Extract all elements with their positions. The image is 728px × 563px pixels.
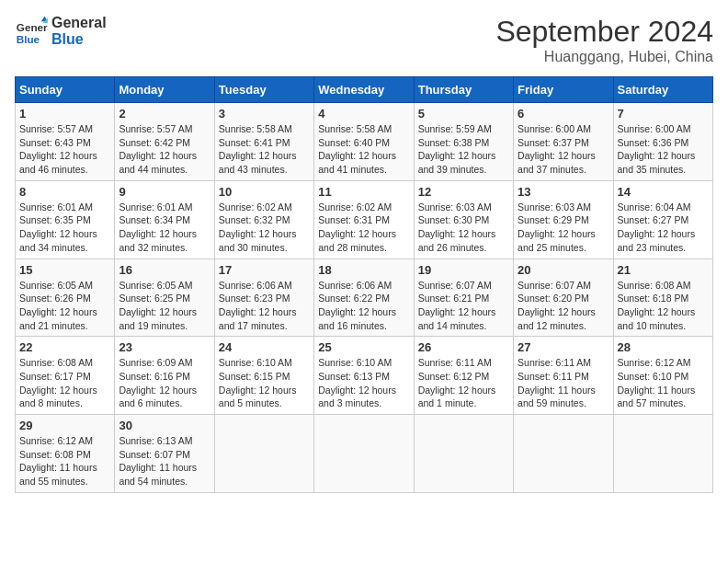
table-row: 22 Sunrise: 6:08 AM Sunset: 6:17 PM Dayl… [16, 337, 115, 415]
day-info: Sunrise: 6:06 AM Sunset: 6:22 PM Dayligh… [318, 279, 409, 333]
day-number: 29 [19, 419, 110, 432]
daylight-label: Daylight: 12 hours and 16 minutes. [318, 306, 396, 331]
day-info: Sunrise: 5:58 AM Sunset: 6:41 PM Dayligh… [219, 122, 310, 177]
page-header: General Blue General Blue September 2024… [15, 15, 713, 65]
table-row [414, 415, 513, 493]
sunrise-label: Sunrise: 5:57 AM [119, 123, 192, 134]
table-row: 27 Sunrise: 6:11 AM Sunset: 6:11 PM Dayl… [514, 337, 613, 415]
day-number: 8 [19, 185, 110, 199]
sunset-label: Sunset: 6:40 PM [318, 137, 390, 148]
day-info: Sunrise: 6:01 AM Sunset: 6:34 PM Dayligh… [119, 201, 210, 255]
daylight-label: Daylight: 12 hours and 5 minutes. [219, 385, 297, 409]
sunrise-label: Sunrise: 6:05 AM [19, 280, 93, 291]
sunset-label: Sunset: 6:08 PM [19, 449, 91, 460]
day-number: 3 [219, 107, 310, 121]
day-info: Sunrise: 6:05 AM Sunset: 6:25 PM Dayligh… [119, 279, 210, 333]
daylight-label: Daylight: 11 hours and 55 minutes. [19, 462, 97, 487]
sunset-label: Sunset: 6:23 PM [219, 293, 290, 304]
day-info: Sunrise: 6:02 AM Sunset: 6:31 PM Dayligh… [318, 201, 409, 255]
sunset-label: Sunset: 6:38 PM [418, 137, 490, 148]
sunset-label: Sunset: 6:41 PM [219, 137, 290, 148]
table-row: 29 Sunrise: 6:12 AM Sunset: 6:08 PM Dayl… [16, 415, 115, 493]
sunrise-label: Sunrise: 6:06 AM [219, 280, 292, 291]
day-number: 17 [219, 263, 310, 277]
table-row: 16 Sunrise: 6:05 AM Sunset: 6:25 PM Dayl… [115, 259, 214, 337]
sunset-label: Sunset: 6:13 PM [318, 371, 390, 382]
sunset-label: Sunset: 6:22 PM [318, 293, 390, 304]
day-info: Sunrise: 6:06 AM Sunset: 6:23 PM Dayligh… [219, 279, 310, 333]
daylight-label: Daylight: 12 hours and 43 minutes. [219, 150, 297, 175]
sunrise-label: Sunrise: 6:00 AM [618, 123, 691, 134]
day-info: Sunrise: 5:58 AM Sunset: 6:40 PM Dayligh… [318, 122, 409, 177]
header-monday: Monday [115, 77, 214, 103]
logo-icon: General Blue [15, 15, 48, 48]
daylight-label: Daylight: 12 hours and 34 minutes. [19, 228, 97, 253]
day-info: Sunrise: 6:12 AM Sunset: 6:10 PM Dayligh… [618, 356, 709, 410]
day-number: 1 [19, 107, 110, 121]
sunrise-label: Sunrise: 6:08 AM [618, 280, 691, 291]
sunset-label: Sunset: 6:32 PM [219, 214, 290, 225]
day-info: Sunrise: 6:12 AM Sunset: 6:08 PM Dayligh… [19, 434, 110, 488]
daylight-label: Daylight: 12 hours and 23 minutes. [618, 228, 696, 253]
sunrise-label: Sunrise: 6:13 AM [119, 435, 192, 446]
day-number: 15 [19, 263, 110, 277]
sunrise-label: Sunrise: 6:10 AM [219, 357, 292, 368]
sunset-label: Sunset: 6:34 PM [119, 214, 190, 225]
day-info: Sunrise: 6:07 AM Sunset: 6:21 PM Dayligh… [418, 279, 509, 333]
calendar-header-row: Sunday Monday Tuesday Wednesday Thursday… [16, 77, 713, 103]
day-number: 30 [119, 419, 210, 432]
daylight-label: Daylight: 12 hours and 44 minutes. [119, 150, 197, 175]
table-row: 24 Sunrise: 6:10 AM Sunset: 6:15 PM Dayl… [214, 337, 313, 415]
daylight-label: Daylight: 12 hours and 6 minutes. [119, 385, 197, 409]
daylight-label: Daylight: 11 hours and 57 minutes. [618, 385, 696, 409]
sunrise-label: Sunrise: 5:58 AM [219, 123, 292, 134]
sunrise-label: Sunrise: 5:57 AM [19, 123, 93, 134]
daylight-label: Daylight: 11 hours and 59 minutes. [518, 385, 596, 409]
day-number: 7 [618, 107, 709, 121]
sunset-label: Sunset: 6:16 PM [119, 371, 190, 382]
day-info: Sunrise: 6:05 AM Sunset: 6:26 PM Dayligh… [19, 279, 110, 333]
sunrise-label: Sunrise: 6:07 AM [518, 280, 591, 291]
day-info: Sunrise: 6:04 AM Sunset: 6:27 PM Dayligh… [618, 201, 709, 255]
daylight-label: Daylight: 12 hours and 3 minutes. [318, 385, 396, 409]
table-row: 5 Sunrise: 5:59 AM Sunset: 6:38 PM Dayli… [414, 103, 513, 181]
daylight-label: Daylight: 12 hours and 25 minutes. [518, 228, 596, 253]
calendar-week-5: 29 Sunrise: 6:12 AM Sunset: 6:08 PM Dayl… [16, 415, 713, 493]
table-row: 23 Sunrise: 6:09 AM Sunset: 6:16 PM Dayl… [115, 337, 214, 415]
table-row: 13 Sunrise: 6:03 AM Sunset: 6:29 PM Dayl… [514, 180, 613, 259]
day-info: Sunrise: 6:13 AM Sunset: 6:07 PM Dayligh… [119, 434, 210, 488]
header-saturday: Saturday [613, 77, 712, 103]
day-number: 13 [518, 185, 609, 199]
sunrise-label: Sunrise: 6:01 AM [119, 201, 192, 213]
table-row: 26 Sunrise: 6:11 AM Sunset: 6:12 PM Dayl… [414, 337, 513, 415]
table-row: 11 Sunrise: 6:02 AM Sunset: 6:31 PM Dayl… [314, 180, 414, 259]
day-number: 19 [418, 263, 509, 277]
table-row: 17 Sunrise: 6:06 AM Sunset: 6:23 PM Dayl… [214, 259, 313, 337]
calendar-week-1: 1 Sunrise: 5:57 AM Sunset: 6:43 PM Dayli… [16, 103, 713, 181]
day-info: Sunrise: 5:57 AM Sunset: 6:42 PM Dayligh… [119, 122, 210, 177]
logo-general: General [51, 15, 107, 31]
table-row: 15 Sunrise: 6:05 AM Sunset: 6:26 PM Dayl… [16, 259, 115, 337]
sunrise-label: Sunrise: 5:58 AM [318, 123, 392, 134]
day-info: Sunrise: 5:59 AM Sunset: 6:38 PM Dayligh… [418, 122, 509, 177]
sunrise-label: Sunrise: 6:12 AM [618, 357, 691, 368]
day-number: 11 [318, 185, 409, 199]
table-row: 19 Sunrise: 6:07 AM Sunset: 6:21 PM Dayl… [414, 259, 513, 337]
day-info: Sunrise: 6:03 AM Sunset: 6:30 PM Dayligh… [418, 201, 509, 255]
table-row: 6 Sunrise: 6:00 AM Sunset: 6:37 PM Dayli… [514, 103, 613, 181]
sunrise-label: Sunrise: 6:03 AM [518, 201, 591, 213]
day-info: Sunrise: 6:11 AM Sunset: 6:12 PM Dayligh… [418, 356, 509, 410]
day-info: Sunrise: 6:03 AM Sunset: 6:29 PM Dayligh… [518, 201, 609, 255]
day-info: Sunrise: 6:01 AM Sunset: 6:35 PM Dayligh… [19, 201, 110, 255]
table-row: 14 Sunrise: 6:04 AM Sunset: 6:27 PM Dayl… [613, 180, 712, 259]
sunset-label: Sunset: 6:26 PM [19, 293, 91, 304]
table-row: 8 Sunrise: 6:01 AM Sunset: 6:35 PM Dayli… [16, 180, 115, 259]
calendar-week-2: 8 Sunrise: 6:01 AM Sunset: 6:35 PM Dayli… [16, 180, 713, 259]
day-number: 4 [318, 107, 409, 121]
day-number: 22 [19, 340, 110, 354]
sunset-label: Sunset: 6:30 PM [418, 214, 490, 225]
day-number: 10 [219, 185, 310, 199]
table-row: 20 Sunrise: 6:07 AM Sunset: 6:20 PM Dayl… [514, 259, 613, 337]
table-row: 18 Sunrise: 6:06 AM Sunset: 6:22 PM Dayl… [314, 259, 414, 337]
day-number: 26 [418, 340, 509, 354]
